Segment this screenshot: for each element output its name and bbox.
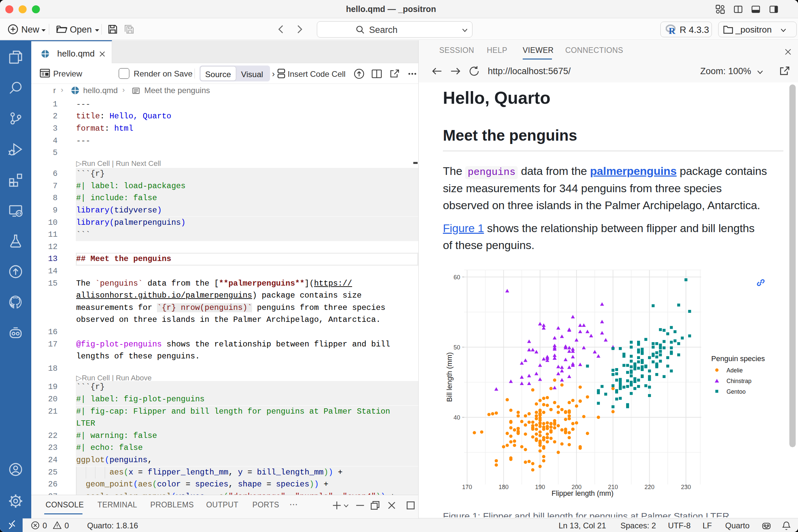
svg-text:60: 60 (454, 274, 460, 281)
svg-text:Gentoo: Gentoo (726, 388, 745, 395)
svg-text:Bill length (mm): Bill length (mm) (445, 352, 454, 402)
svg-text:190: 190 (535, 484, 545, 491)
svg-text:50: 50 (454, 344, 460, 351)
svg-text:Penguin species: Penguin species (711, 355, 765, 363)
svg-text:230: 230 (681, 484, 691, 491)
svg-text:220: 220 (644, 484, 654, 491)
svg-text:170: 170 (462, 484, 472, 491)
svg-text:40: 40 (454, 414, 460, 421)
svg-text:Flipper length (mm): Flipper length (mm) (552, 490, 613, 497)
svg-text:Chinstrap: Chinstrap (726, 378, 752, 384)
svg-text:180: 180 (498, 484, 508, 491)
svg-text:Adelie: Adelie (726, 367, 743, 374)
